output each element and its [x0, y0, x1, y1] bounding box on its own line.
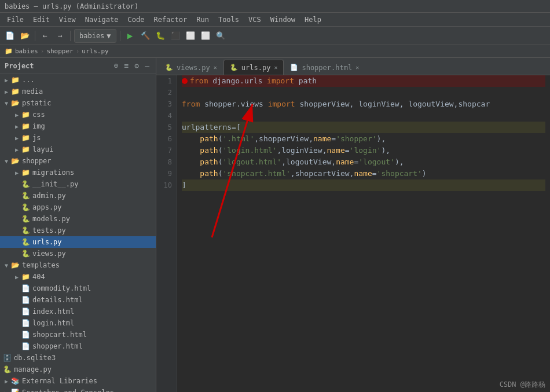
sidebar-add-icon[interactable]: ⊕ [112, 61, 120, 71]
list-item[interactable]: 🐍 apps.py [0, 202, 156, 213]
code-line-4 [182, 110, 545, 122]
folder-icon: 📁 [21, 168, 30, 177]
code-line-7: path ( 'login.html' ,loginView, name = '… [182, 145, 545, 156]
toolbar-btn-back[interactable]: ← [39, 30, 52, 42]
chevron-right-icon: ▶ [2, 389, 10, 392]
menu-window[interactable]: Window [266, 14, 300, 25]
list-item[interactable]: ▶ 📁 img [0, 120, 156, 132]
list-item[interactable]: ▼ 📂 pstatic [0, 97, 156, 109]
menu-file[interactable]: File [2, 14, 28, 25]
code-content: from django.urls import path from shoppe… [177, 75, 550, 392]
breadcrumb-root[interactable]: babies [15, 47, 38, 55]
list-item[interactable]: 📄 shopper.html [0, 340, 156, 352]
breadcrumb-file[interactable]: urls.py [82, 47, 108, 55]
list-item[interactable]: 🐍 manage.py [0, 364, 156, 375]
code-line-2 [182, 87, 545, 98]
code-line-10: ] [182, 179, 545, 191]
tab-urls-py[interactable]: 🐍 urls.py ✕ [223, 60, 284, 75]
tab-shopper-html[interactable]: 📄 shopper.html ✕ [284, 60, 365, 75]
menu-vcs[interactable]: VCS [244, 14, 266, 25]
breadcrumb-sep-1: › [41, 47, 45, 55]
toolbar-btn-1[interactable]: 📄 [3, 30, 16, 42]
html-file-icon: 📄 [21, 295, 30, 305]
list-item[interactable]: ▶ 📁 migrations [0, 167, 156, 178]
list-item[interactable]: ▶ 📝 Scratches and Consoles [0, 387, 156, 392]
list-item[interactable]: ▼ 📂 shopper [0, 155, 156, 167]
list-item[interactable]: 🐍 views.py [0, 248, 156, 259]
list-item[interactable]: 🐍 tests.py [0, 225, 156, 236]
list-item[interactable]: 🐍 __init__.py [0, 178, 156, 190]
code-line-8: path ( 'logout.html' ,logoutView, name =… [182, 156, 545, 168]
menu-run[interactable]: Run [192, 14, 214, 25]
sidebar-menu-icon[interactable]: ≡ [123, 61, 131, 71]
list-item[interactable]: ▶ 📁 js [0, 132, 156, 144]
py-file-icon: 🐍 [21, 191, 30, 200]
chevron-right-icon: ▶ [13, 111, 21, 119]
code-line-6: path ( '.html' ,shopperView, name = 'sho… [182, 133, 545, 145]
html-file-icon: 📄 [21, 330, 30, 339]
project-dropdown-label: babies [79, 32, 104, 40]
menu-code[interactable]: Code [123, 14, 149, 25]
menu-edit[interactable]: Edit [28, 14, 54, 25]
list-item[interactable]: ▶ 📁 layui [0, 144, 156, 155]
project-dropdown[interactable]: babies ▼ [74, 29, 116, 43]
chevron-down-icon: ▼ [2, 157, 10, 165]
folder-icon: 📁 [21, 272, 30, 281]
py-file-icon: 🐍 [21, 203, 30, 212]
toolbar-search-btn[interactable]: 🔍 [214, 30, 227, 42]
menu-view[interactable]: View [54, 14, 80, 25]
tab-bar: 🐍 views.py ✕ 🐍 urls.py ✕ 📄 shopper.html … [156, 58, 550, 75]
sidebar-collapse-icon[interactable]: – [143, 61, 151, 71]
folder-icon: 📁 [21, 122, 30, 131]
editor-content[interactable]: 1 2 3 4 5 6 7 8 9 10 from [156, 75, 550, 392]
tab-close-shopper-html[interactable]: ✕ [355, 64, 359, 71]
list-item[interactable]: 📄 login.html [0, 317, 156, 329]
menu-refactor[interactable]: Refactor [149, 14, 192, 25]
chevron-down-icon: ▼ [2, 99, 10, 107]
list-item[interactable]: ▶ 📚 External Libraries [0, 375, 156, 387]
chevron-right-icon: ▶ [13, 168, 21, 177]
list-item[interactable]: ▶ 📁 media [0, 86, 156, 97]
chevron-down-icon: ▼ [2, 261, 10, 269]
toolbar-btn-x[interactable]: ⬜ [184, 30, 197, 42]
toolbar-stop-btn[interactable]: ⬛ [169, 30, 182, 42]
list-item[interactable]: ▶ 📁 404 [0, 271, 156, 283]
menu-help[interactable]: Help [300, 14, 326, 25]
list-item[interactable]: ▼ 📂 templates [0, 259, 156, 271]
list-item[interactable]: ▶ 📁 css [0, 109, 156, 120]
tab-close-urls-py[interactable]: ✕ [274, 64, 277, 71]
list-item[interactable]: 🐍 models.py [0, 213, 156, 225]
toolbar-sep-2 [70, 31, 71, 41]
tree: ▶ 📁 ... ▶ 📁 media ▼ 📂 pstatic ▶ [0, 74, 156, 392]
toolbar-build-btn[interactable]: 🔨 [139, 30, 152, 42]
toolbar-btn-open[interactable]: 📂 [19, 30, 31, 42]
breadcrumb-shopper[interactable]: shopper [46, 47, 73, 55]
watermark: CSDN @路路杨 [495, 378, 550, 392]
tab-views-py[interactable]: 🐍 views.py ✕ [159, 60, 223, 75]
menu-navigate[interactable]: Navigate [80, 14, 123, 25]
toolbar-btn-forward[interactable]: → [54, 30, 67, 42]
toolbar-run-btn[interactable]: ▶ [124, 30, 137, 42]
list-item[interactable]: 📄 index.html [0, 306, 156, 317]
list-item[interactable]: 🗄️ db.sqlite3 [0, 352, 156, 364]
tab-close-views-py[interactable]: ✕ [214, 64, 217, 71]
list-item[interactable]: 📄 details.html [0, 294, 156, 306]
toolbar: 📄 📂 ← → babies ▼ ▶ 🔨 🐛 ⬛ ⬜ ⬜ 🔍 [0, 27, 550, 45]
list-item[interactable]: 📄 shopcart.html [0, 329, 156, 340]
html-file-icon: 📄 [21, 342, 30, 351]
list-item[interactable]: ▶ 📁 ... [0, 74, 156, 86]
toolbar-sep-3 [120, 31, 120, 41]
tab-label: shopper.html [302, 64, 352, 72]
py-file-icon: 🐍 [21, 237, 30, 247]
toolbar-debug-btn[interactable]: 🐛 [154, 30, 167, 42]
list-item[interactable]: 🐍 admin.py [0, 190, 156, 202]
list-item[interactable]: 📄 commodity.html [0, 283, 156, 294]
menu-tools[interactable]: Tools [214, 14, 244, 25]
chevron-right-icon: ▶ [2, 76, 10, 84]
toolbar-btn-y[interactable]: ⬜ [199, 30, 212, 42]
sidebar-item-urls-py[interactable]: 🐍 urls.py [0, 236, 156, 248]
chevron-right-icon: ▶ [2, 87, 10, 96]
sidebar-icons: ⊕ ≡ ⚙ – [112, 61, 151, 71]
sidebar-settings-icon[interactable]: ⚙ [133, 61, 141, 71]
folder-open-icon: 📂 [10, 156, 20, 166]
